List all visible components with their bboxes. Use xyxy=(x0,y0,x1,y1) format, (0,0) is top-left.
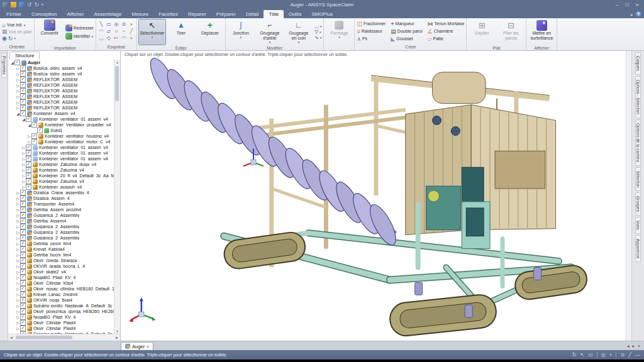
tree-item[interactable]: ▷✓Buslica_sidro_assem_v4 xyxy=(8,65,120,71)
tree-item[interactable]: ▷✓REFLEKTOR_ASSEM xyxy=(8,99,120,105)
sketch-tool-icon[interactable]: × xyxy=(130,35,133,41)
expander-icon[interactable]: ▷ xyxy=(16,326,20,331)
panel-tab-options-de-la-cam-ra[interactable]: Options de la caméra xyxy=(635,119,641,166)
tree-item[interactable]: ▷✓Getriba_ceoni_lim4 xyxy=(8,241,120,246)
expander-icon[interactable]: ▷ xyxy=(16,213,20,217)
menu-tab-conception[interactable]: Conception xyxy=(26,10,62,18)
tree-item[interactable]: ▷✓Kontejner_ventilator_motor_C_v4 xyxy=(8,139,120,145)
menu-tab-réparer[interactable]: Réparer xyxy=(183,10,211,18)
tree-item[interactable]: ▷✓Dizalica_Assem_4 xyxy=(8,195,120,201)
expander-icon[interactable]: ▷ xyxy=(21,145,26,150)
view-tools[interactable]: ◉↻▾ xyxy=(1,36,33,41)
dropdown-arrow-icon[interactable]: ▾ xyxy=(320,25,322,28)
pan-icon[interactable]: + xyxy=(609,352,613,358)
sketch-tool-icon[interactable]: ◡ xyxy=(99,35,103,41)
button-double-paroi[interactable]: ▤Double paroi xyxy=(390,28,423,35)
sketch-tool-icon[interactable]: ~ xyxy=(123,28,126,35)
tree-item[interactable]: ▷✓Getriba_bocni_lim4 xyxy=(8,252,120,258)
expander-icon[interactable]: ◢ xyxy=(10,60,14,65)
menu-tab-fichier[interactable]: Fichier xyxy=(1,10,26,18)
collapse-ribbon-icon[interactable]: ▴ xyxy=(630,12,633,17)
button-grugeage-d-ar-te[interactable]: ⌐Grugeage d'arête▾ xyxy=(256,19,284,45)
expander-icon[interactable]: ▷ xyxy=(16,83,20,87)
visibility-checkbox[interactable]: ✓ xyxy=(26,150,31,156)
menu-tab-assemblage[interactable]: Assemblage xyxy=(89,10,126,18)
expander-icon[interactable]: ▷ xyxy=(16,264,20,268)
visibility-checkbox[interactable]: ✓ xyxy=(26,167,31,173)
visibility-checkbox[interactable]: ✓ xyxy=(20,212,26,218)
redo-icon[interactable]: ↻ xyxy=(35,2,40,8)
maximize-button[interactable]: □ xyxy=(624,2,630,8)
fly-icon[interactable]: ◎ xyxy=(601,352,606,358)
visibility-checkbox[interactable]: ✓ xyxy=(26,145,31,150)
visibility-checkbox[interactable]: ✓ xyxy=(20,190,26,195)
sketch-tool-icon[interactable]: ○ xyxy=(115,28,118,35)
button-pli[interactable]: ∧Pli xyxy=(356,36,386,42)
tree-horizontal-scrollbar[interactable]: ◀ ▶ xyxy=(8,334,120,341)
viewport-3d-model[interactable] xyxy=(121,51,626,341)
visibility-checkbox[interactable]: ✓ xyxy=(20,280,26,286)
tree-item[interactable]: ▷✓Kontejner_Zaluzina_v4 xyxy=(8,167,120,173)
tree-item[interactable]: ▷✓REFLEKTOR_ASSEM xyxy=(8,77,120,82)
sketch-tool-icon[interactable]: ◇ xyxy=(107,35,111,41)
sketch-tool-icon[interactable]: × xyxy=(130,21,133,28)
dropdown-arrow-icon[interactable]: ▾ xyxy=(152,36,153,38)
visibility-checkbox[interactable]: ✓ xyxy=(31,133,37,139)
button-jonction[interactable]: ∫Jonction▾ xyxy=(227,19,255,45)
panel-tab-apparence[interactable]: Apparence xyxy=(635,235,641,262)
visibility-checkbox[interactable]: ✓ xyxy=(20,111,26,116)
visibility-checkbox[interactable]: ✓ xyxy=(20,320,26,326)
expander-icon[interactable]: ▷ xyxy=(16,309,20,314)
measure-icon[interactable]: — xyxy=(635,352,640,358)
dropdown-arrow-icon[interactable]: ▾ xyxy=(269,41,271,43)
visibility-checkbox[interactable]: ✓ xyxy=(20,82,26,88)
tree-item[interactable]: ▷✓Krevet_Lanac_2redni4 xyxy=(8,292,120,297)
tree-item[interactable]: ◢✓Kontejner_ventilator_01_assem_v4 xyxy=(8,116,120,122)
tree-item[interactable]: ▷✓Kontejner_20_ft_v4_Default_3c_Aa_Mac xyxy=(8,173,120,178)
panel-tab-s-lection[interactable]: Sélection xyxy=(635,167,641,192)
button-gousset[interactable]: ◣Gousset xyxy=(390,36,423,42)
button-patte[interactable]: ▱Patte xyxy=(427,36,465,42)
tree-item[interactable]: ▷✓Getriba_Assem4 xyxy=(8,218,120,224)
menu-tab-smoplus[interactable]: SMOPlus xyxy=(306,10,338,18)
new-doc-icon[interactable] xyxy=(19,2,25,8)
visibility-checkbox[interactable]: ✓ xyxy=(20,224,26,229)
tree-item[interactable]: ▷✓Kontejner_auspuh_v4 xyxy=(8,184,120,190)
button-raidisseur[interactable]: ≡Raidisseur xyxy=(356,28,386,35)
panel-tab-calques[interactable]: Calques xyxy=(635,52,641,75)
tree-item[interactable]: ▷✓Dizalica_Crane_assembly_4 xyxy=(8,190,120,195)
expander-icon[interactable]: ▷ xyxy=(21,185,26,189)
visibility-checkbox[interactable]: ✓ xyxy=(31,122,37,128)
undo-icon[interactable]: ↺ xyxy=(27,2,32,8)
mini-tool[interactable]: ⇘▾ xyxy=(314,35,323,40)
expander-icon[interactable]: ▷ xyxy=(16,230,20,234)
expander-icon[interactable]: ▷ xyxy=(16,106,20,110)
visibility-checkbox[interactable]: ✓ xyxy=(20,246,26,252)
tree-item[interactable]: ▷✓Gusjanica_2_Assembly xyxy=(8,229,120,235)
expander-icon[interactable]: ▷ xyxy=(16,77,20,82)
menu-tab-préparer[interactable]: Préparer xyxy=(211,10,241,18)
document-tab-auger[interactable]: Auger × xyxy=(121,342,153,350)
tree-item[interactable]: ▷✓REFLEKTOR_ASSEM xyxy=(8,82,120,88)
visibility-checkbox[interactable]: ✓ xyxy=(20,65,26,71)
dropdown-arrow-icon[interactable]: ▾ xyxy=(320,36,322,39)
expander-icon[interactable]: ▷ xyxy=(16,298,20,302)
open-folder-icon[interactable] xyxy=(11,2,16,8)
expander-icon[interactable]: ▷ xyxy=(27,140,31,144)
button-convertir[interactable]: Convertir xyxy=(36,19,64,45)
expander-icon[interactable]: ▷ xyxy=(16,224,20,229)
expander-icon[interactable]: ▷ xyxy=(16,258,20,263)
3d-viewport[interactable]: Cliquer sur un objet. Double-cliquer pou… xyxy=(121,51,626,341)
visibility-checkbox[interactable]: ✓ xyxy=(20,286,26,292)
expander-icon[interactable]: ▷ xyxy=(21,168,26,172)
button-identifier[interactable]: Identifier▾ xyxy=(65,33,94,40)
tree-item[interactable]: ▷✓Kontejner_ventilator_housing_v4 xyxy=(8,133,120,139)
tree-item[interactable]: ▷✓NogaBG_Plast_KV_4 xyxy=(8,314,120,320)
menu-tab-outils[interactable]: Outils xyxy=(284,10,306,18)
expander-icon[interactable]: ▷ xyxy=(16,253,20,257)
button-charni-re[interactable]: ∠Charnière xyxy=(427,28,465,35)
rotate-icon[interactable]: ↻ xyxy=(572,352,577,358)
visibility-checkbox[interactable]: ✓ xyxy=(20,218,26,224)
scroll-up-icon[interactable]: ▲ xyxy=(114,60,120,65)
tree-item[interactable]: ▷✓Okvir_Cilindar_Plast4 xyxy=(8,320,120,326)
